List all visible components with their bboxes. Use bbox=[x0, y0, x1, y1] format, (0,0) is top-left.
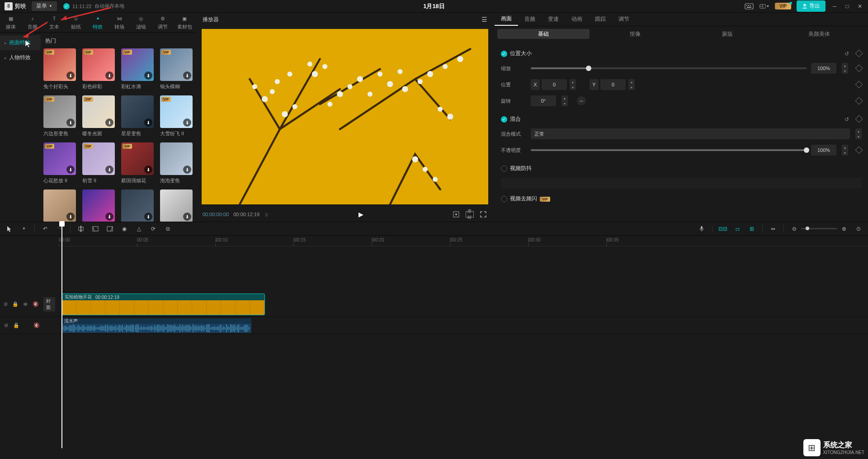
playhead[interactable] bbox=[61, 222, 62, 448]
property-tab-1[interactable]: 音频 bbox=[518, 13, 542, 26]
auto-snap-icon[interactable]: ⊟⊟ bbox=[719, 225, 727, 233]
download-icon[interactable]: ⬇ bbox=[66, 118, 75, 127]
delete-left-icon[interactable] bbox=[91, 225, 99, 233]
position-y-field[interactable]: 0 bbox=[600, 79, 626, 90]
close-button[interactable]: ✕ bbox=[856, 3, 863, 10]
track-visible-icon[interactable]: 👁 bbox=[23, 301, 28, 308]
effect-item[interactable]: ⬇镜头变焦 bbox=[121, 189, 154, 222]
property-subtab-1[interactable]: 抠像 bbox=[590, 29, 682, 39]
reset-icon[interactable]: ↺ bbox=[844, 51, 849, 57]
effect-item[interactable]: ⬇抖动 bbox=[82, 189, 115, 222]
compare-icon[interactable]: ⫼ bbox=[264, 211, 269, 218]
delete-right-icon[interactable] bbox=[106, 225, 114, 233]
tool-tab-8[interactable]: ▣素材包 bbox=[174, 13, 195, 32]
layout-icon[interactable]: ▼ bbox=[760, 2, 769, 10]
effect-item[interactable]: ⬇JVC bbox=[43, 189, 76, 222]
focus-icon[interactable] bbox=[452, 211, 460, 218]
download-icon[interactable]: ⬇ bbox=[183, 213, 191, 221]
ratio-button[interactable]: 原始 bbox=[466, 211, 474, 218]
property-tab-3[interactable]: 动画 bbox=[565, 13, 589, 26]
blend-keyframe-icon[interactable] bbox=[855, 115, 863, 123]
track-align-icon[interactable]: ⇔ bbox=[769, 225, 777, 233]
blend-mode-select[interactable]: 正常 bbox=[531, 128, 850, 139]
timeline-ruler[interactable]: 00:0000:05|00:10|00:15|00:20|00:25|00:30… bbox=[59, 236, 868, 246]
download-icon[interactable]: ⬇ bbox=[183, 166, 191, 174]
effect-item[interactable]: VIP⬇初雪 II bbox=[82, 142, 115, 184]
scale-stepper[interactable]: ▲▼ bbox=[842, 63, 848, 74]
zoom-fit-icon[interactable]: ⊙ bbox=[854, 225, 863, 233]
audio-track-lock-icon[interactable]: 🔒 bbox=[13, 322, 19, 329]
effect-item[interactable]: VIP⬇镜头模糊 bbox=[160, 48, 193, 90]
rotation-stepper[interactable]: ▲▼ bbox=[561, 95, 568, 106]
download-icon[interactable]: ⬇ bbox=[105, 166, 113, 174]
select-dropdown-icon[interactable]: ▼ bbox=[20, 225, 28, 233]
property-subtab-2[interactable]: 蒙版 bbox=[681, 29, 774, 39]
opacity-keyframe-icon[interactable] bbox=[855, 147, 863, 154]
preview-axis-icon[interactable]: ⊞ bbox=[748, 225, 756, 233]
download-icon[interactable]: ⬇ bbox=[183, 118, 191, 127]
rotation-keyframe-icon[interactable] bbox=[855, 97, 863, 105]
opacity-stepper[interactable]: ▲▼ bbox=[842, 145, 848, 156]
track-mute-icon[interactable]: 🔇 bbox=[33, 301, 39, 308]
property-tab-2[interactable]: 变速 bbox=[542, 13, 565, 26]
property-tab-0[interactable]: 画面 bbox=[495, 13, 518, 26]
download-icon[interactable]: ⬇ bbox=[144, 213, 152, 221]
opacity-slider[interactable] bbox=[531, 149, 807, 151]
rotation-field[interactable]: 0° bbox=[531, 95, 556, 106]
play-button[interactable]: ▶ bbox=[359, 211, 363, 218]
property-tab-5[interactable]: 调节 bbox=[612, 13, 636, 26]
download-icon[interactable]: ⬇ bbox=[66, 71, 75, 80]
rotate-icon[interactable]: ⟳ bbox=[149, 225, 157, 233]
vip-badge[interactable]: VIP bbox=[775, 3, 791, 9]
zoom-out-icon[interactable]: ⊖ bbox=[790, 225, 798, 233]
undo-icon[interactable]: ↶ bbox=[41, 225, 49, 233]
track-lock-icon[interactable]: 🔒 bbox=[12, 301, 19, 308]
effect-item[interactable]: VIP⬇兔个好彩头 bbox=[43, 48, 76, 90]
audio-track-mute-icon[interactable]: 🔇 bbox=[33, 322, 40, 329]
effect-item[interactable]: ⬇荧光扫描 bbox=[160, 189, 193, 222]
download-icon[interactable]: ⬇ bbox=[144, 71, 152, 80]
effect-item[interactable]: VIP⬇彩色碎彩 bbox=[82, 48, 115, 90]
minimize-button[interactable]: ─ bbox=[831, 3, 838, 10]
scale-keyframe-icon[interactable] bbox=[855, 65, 863, 72]
player-canvas[interactable] bbox=[202, 29, 488, 204]
export-button[interactable]: 导出 bbox=[797, 0, 826, 12]
linkage-icon[interactable]: ⚏ bbox=[733, 225, 741, 233]
download-icon[interactable]: ⬇ bbox=[105, 213, 113, 221]
track-delete-icon[interactable]: ⊘ bbox=[4, 301, 8, 308]
scale-slider[interactable] bbox=[531, 67, 807, 69]
keyframe-icon[interactable] bbox=[855, 49, 863, 57]
deflicker-toggle[interactable] bbox=[501, 196, 507, 202]
keyboard-icon[interactable] bbox=[744, 2, 754, 10]
position-keyframe-icon[interactable] bbox=[855, 81, 863, 89]
download-icon[interactable]: ⬇ bbox=[144, 118, 152, 127]
position-x-field[interactable]: 0 bbox=[542, 79, 567, 90]
property-subtab-3[interactable]: 美颜美体 bbox=[774, 29, 866, 39]
effect-item[interactable]: VIP⬇大雪纷飞 II bbox=[160, 95, 193, 137]
zoom-slider[interactable] bbox=[801, 228, 837, 229]
project-title[interactable]: 1月18日 bbox=[423, 2, 445, 10]
blend-toggle[interactable]: ✓ bbox=[501, 116, 507, 123]
opacity-value[interactable]: 100% bbox=[811, 145, 836, 156]
rotation-dial-icon[interactable]: ─ bbox=[577, 96, 586, 105]
tool-tab-7[interactable]: ⚙调节 bbox=[152, 13, 174, 32]
y-stepper[interactable]: ▲▼ bbox=[628, 79, 635, 90]
blend-reset-icon[interactable]: ↺ bbox=[844, 116, 849, 123]
maximize-button[interactable]: □ bbox=[844, 3, 851, 10]
video-clip[interactable]: 实拍植物开花 00:00:12:19 bbox=[61, 293, 265, 315]
download-icon[interactable]: ⬇ bbox=[144, 166, 152, 174]
effects-category-1[interactable]: 人物特效 bbox=[0, 50, 41, 65]
fullscreen-icon[interactable] bbox=[479, 211, 487, 218]
scale-value[interactable]: 100% bbox=[811, 63, 836, 74]
crop-icon[interactable]: ⧉ bbox=[164, 225, 172, 233]
effect-item[interactable]: VIP⬇彩虹水滴 bbox=[121, 48, 154, 90]
effect-item[interactable]: VIP⬇蔡国强烟花 bbox=[121, 142, 154, 184]
x-stepper[interactable]: ▲▼ bbox=[570, 79, 576, 90]
position-size-toggle[interactable]: ✓ bbox=[501, 51, 507, 57]
effect-item[interactable]: ⬇泡泡变焦 bbox=[160, 142, 193, 184]
menu-button[interactable]: 菜单 ▼ bbox=[32, 1, 57, 11]
download-icon[interactable]: ⬇ bbox=[105, 118, 113, 127]
select-tool-icon[interactable] bbox=[5, 225, 14, 233]
cover-button[interactable]: 封面 bbox=[43, 297, 55, 312]
stabilize-toggle[interactable] bbox=[501, 166, 507, 172]
